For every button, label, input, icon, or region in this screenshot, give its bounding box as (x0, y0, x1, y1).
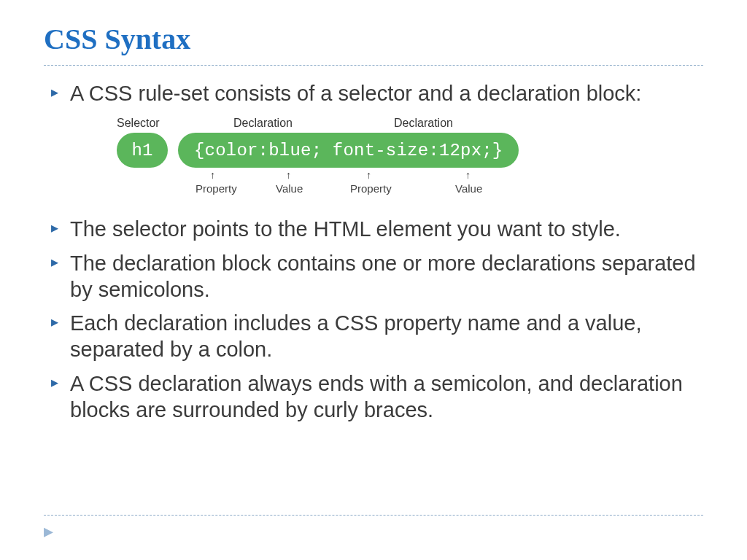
bullet-item: The declaration block contains one or mo… (51, 250, 703, 303)
bullet-item: A CSS declaration always ends with a sem… (51, 370, 703, 424)
selector-pill: h1 (117, 133, 168, 168)
label-property-2: Property (350, 182, 392, 195)
arrow-up-icon: ↑ (465, 169, 471, 181)
title-divider (44, 65, 703, 66)
bullet-item: A CSS rule-set consists of a selector an… (51, 80, 703, 106)
label-property-1: Property (196, 182, 237, 195)
chevron-right-icon: ▸ (44, 520, 703, 542)
css-syntax-diagram: Selector Declaration Declaration h1 {col… (117, 117, 584, 198)
label-declaration-2: Declaration (379, 117, 540, 130)
bullet-item: Each declaration includes a CSS property… (51, 310, 703, 363)
bullet-item: The selector points to the HTML element … (51, 216, 703, 242)
label-value-2: Value (455, 182, 482, 195)
declaration-pill: {color:blue; font-size:12px;} (178, 133, 519, 168)
diagram-top-labels: Selector Declaration Declaration (117, 117, 584, 130)
label-selector: Selector (117, 117, 212, 130)
bullet-list: A CSS rule-set consists of a selector an… (44, 80, 703, 106)
slide-footer: ▸ (44, 515, 703, 542)
label-value-1: Value (276, 182, 303, 195)
arrow-up-icon: ↑ (286, 169, 291, 181)
slide-title: CSS Syntax (44, 22, 703, 56)
arrow-up-icon: ↑ (366, 169, 371, 181)
arrow-up-icon: ↑ (210, 169, 215, 181)
diagram-bottom-labels: ↑ Property ↑ Value ↑ Property ↑ Value (117, 169, 584, 198)
footer-divider (44, 515, 703, 516)
label-declaration-1: Declaration (212, 117, 379, 130)
bullet-list: The selector points to the HTML element … (44, 216, 703, 423)
